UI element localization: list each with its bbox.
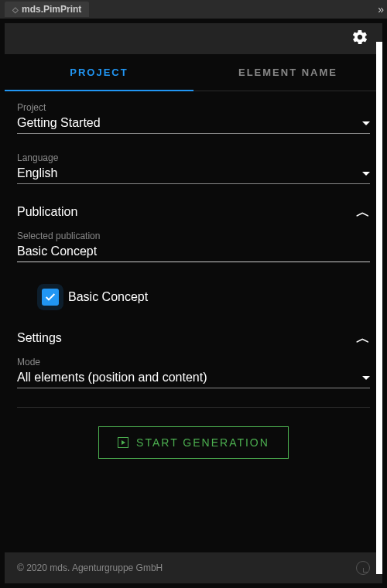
topbar	[5, 23, 382, 54]
start-button-label: START GENERATION	[136, 436, 269, 449]
caret-down-icon	[362, 172, 370, 176]
project-select[interactable]: Getting Started	[17, 115, 370, 134]
project-value: Getting Started	[17, 116, 101, 130]
language-select[interactable]: English	[17, 165, 370, 184]
window-title: mds.PimPrint	[22, 4, 81, 15]
tab-content: Project Getting Started Language English…	[5, 91, 382, 552]
chevron-up-icon: ︿	[356, 203, 370, 221]
start-generation-button[interactable]: START GENERATION	[98, 426, 289, 459]
caret-down-icon	[362, 376, 370, 380]
selected-publication-display: Basic Concept	[17, 243, 370, 262]
divider	[17, 407, 370, 408]
language-field: Language English	[17, 152, 370, 184]
settings-section-header[interactable]: Settings ︿	[17, 329, 370, 347]
scrollbar[interactable]	[376, 42, 382, 574]
project-field: Project Getting Started	[17, 102, 370, 134]
field-label-project: Project	[17, 102, 370, 113]
section-title: Settings	[17, 331, 62, 345]
drag-handle-icon: ◇	[12, 5, 19, 14]
publication-item-label: Basic Concept	[68, 290, 148, 304]
checkbox-checked-icon[interactable]	[42, 289, 59, 306]
gear-icon[interactable]	[351, 29, 368, 49]
tab-project[interactable]: PROJECT	[5, 54, 194, 91]
clock-icon[interactable]	[356, 561, 370, 575]
window-titlebar: ◇ mds.PimPrint »	[0, 0, 387, 19]
field-label-language: Language	[17, 152, 370, 163]
caret-down-icon	[362, 121, 370, 125]
main-tabs: PROJECT ELEMENT NAME	[5, 54, 382, 91]
section-title: Publication	[17, 205, 77, 219]
footer: © 2020 mds. Agenturgruppe GmbH	[5, 552, 382, 583]
play-icon	[118, 437, 128, 448]
field-label-selected-publication: Selected publication	[17, 231, 370, 241]
language-value: English	[17, 166, 57, 180]
copyright-text: © 2020 mds. Agenturgruppe GmbH	[17, 562, 163, 573]
field-label-mode: Mode	[17, 357, 370, 368]
publication-section-header[interactable]: Publication ︿	[17, 203, 370, 221]
window-tab[interactable]: ◇ mds.PimPrint	[5, 2, 89, 17]
mode-value: All elements (position and content)	[17, 371, 207, 385]
tab-element-name[interactable]: ELEMENT NAME	[194, 54, 382, 91]
panel-more-icon[interactable]: »	[378, 3, 382, 15]
mode-field: Mode All elements (position and content)	[17, 357, 370, 388]
chevron-up-icon: ︿	[356, 329, 370, 347]
mode-select[interactable]: All elements (position and content)	[17, 369, 370, 388]
main-panel: PROJECT ELEMENT NAME Project Getting Sta…	[5, 23, 382, 583]
selected-publication-value: Basic Concept	[17, 244, 97, 258]
selected-publication-field: Selected publication Basic Concept	[17, 231, 370, 262]
publication-list-item[interactable]: Basic Concept	[17, 281, 370, 313]
